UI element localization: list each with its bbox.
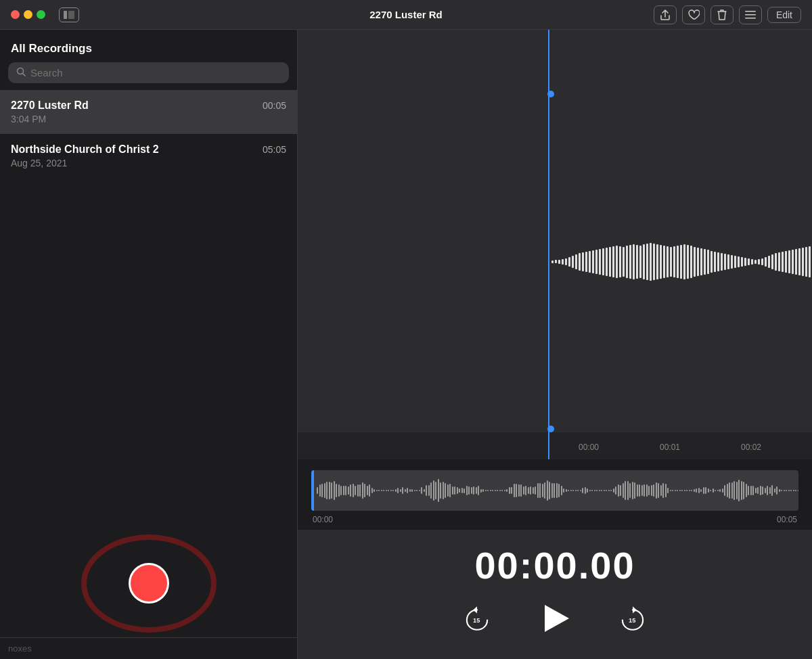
- menu-button[interactable]: [739, 5, 762, 24]
- recording-title: Northside Church of Christ 2: [11, 143, 159, 156]
- mini-time-start: 00:00: [313, 515, 333, 524]
- recording-duration: 00:05: [263, 100, 286, 111]
- content-area: 00:00 00:01 00:02 00:03 00:0: [298, 30, 812, 659]
- sidebar-bottom: [0, 536, 297, 637]
- mini-timeline: 00:00 00:05: [311, 515, 798, 524]
- timeline-ruler: 00:00 00:01 00:02 00:03: [298, 432, 812, 459]
- share-button[interactable]: [654, 5, 677, 24]
- recording-item[interactable]: 2270 Luster Rd 00:05 3:04 PM: [0, 90, 297, 134]
- svg-text:15: 15: [629, 617, 635, 624]
- window-title: 2270 Luster Rd: [369, 9, 443, 20]
- timer-display: 00:00.00: [298, 530, 812, 598]
- recording-subtitle: 3:04 PM: [11, 114, 286, 124]
- search-bar[interactable]: [8, 62, 289, 83]
- sidebar-footer: noxes: [0, 637, 297, 659]
- recording-item-top: 2270 Luster Rd 00:05: [11, 99, 286, 112]
- mini-progress-bar: [311, 470, 314, 511]
- skip-back-button[interactable]: 15: [460, 601, 494, 635]
- ruler-label: 00:02: [741, 442, 761, 452]
- svg-rect-1: [68, 11, 74, 19]
- svg-rect-3: [745, 14, 756, 16]
- main-layout: All Recordings 2270 Luster Rd 00:05 3:04…: [0, 30, 812, 659]
- mini-waveform-bars: [311, 470, 798, 511]
- waveform-canvas: [298, 91, 812, 432]
- recording-duration: 05:05: [263, 144, 286, 155]
- playhead-top-dot: [547, 91, 554, 97]
- sidebar-toggle-button[interactable]: [59, 7, 79, 22]
- mini-waveform-track[interactable]: [311, 470, 798, 511]
- record-button[interactable]: [129, 563, 169, 604]
- play-icon: [545, 605, 569, 632]
- ruler-label: 00:01: [660, 442, 680, 452]
- svg-line-6: [23, 74, 26, 76]
- maximize-button[interactable]: [37, 10, 45, 19]
- titlebar-left: [11, 7, 79, 22]
- recording-item[interactable]: Northside Church of Christ 2 05:05 Aug 2…: [0, 134, 297, 178]
- mini-time-end: 00:05: [777, 515, 797, 524]
- playhead-bottom-dot: [547, 426, 554, 432]
- ruler-label: 00:00: [579, 442, 599, 452]
- playback-controls: 15 15: [298, 598, 812, 659]
- recording-item-top: Northside Church of Christ 2 05:05: [11, 143, 286, 156]
- skip-forward-button[interactable]: 15: [616, 601, 650, 635]
- edit-button[interactable]: Edit: [767, 7, 801, 23]
- titlebar-right: Edit: [654, 5, 801, 24]
- minimize-button[interactable]: [24, 10, 32, 19]
- search-icon: [16, 67, 26, 78]
- titlebar: 2270 Luster Rd Edit: [0, 0, 812, 30]
- favorite-button[interactable]: [682, 5, 705, 24]
- record-button-inner: [135, 570, 162, 597]
- ruler-mark-3: 00:03: [792, 440, 812, 452]
- delete-button[interactable]: [710, 5, 734, 24]
- sidebar: All Recordings 2270 Luster Rd 00:05 3:04…: [0, 30, 298, 659]
- traffic-lights: [11, 10, 45, 19]
- mini-overview: 00:00 00:05: [298, 459, 812, 530]
- search-input[interactable]: [30, 67, 281, 78]
- recording-subtitle: Aug 25, 2021: [11, 158, 286, 168]
- svg-rect-4: [745, 18, 756, 19]
- ruler-mark-1: 00:01: [629, 440, 710, 452]
- recording-title: 2270 Luster Rd: [11, 99, 89, 112]
- waveform-area[interactable]: 00:00 00:01 00:02 00:03: [298, 30, 812, 459]
- svg-rect-0: [64, 11, 67, 19]
- svg-text:15: 15: [473, 617, 480, 624]
- svg-rect-2: [745, 11, 756, 12]
- close-button[interactable]: [11, 10, 20, 19]
- ruler-mark-0: 00:00: [548, 440, 629, 452]
- play-button[interactable]: [535, 598, 575, 639]
- waveform-bars: [298, 91, 812, 432]
- sidebar-header: All Recordings: [0, 30, 297, 62]
- ruler-mark-2: 00:02: [710, 440, 792, 452]
